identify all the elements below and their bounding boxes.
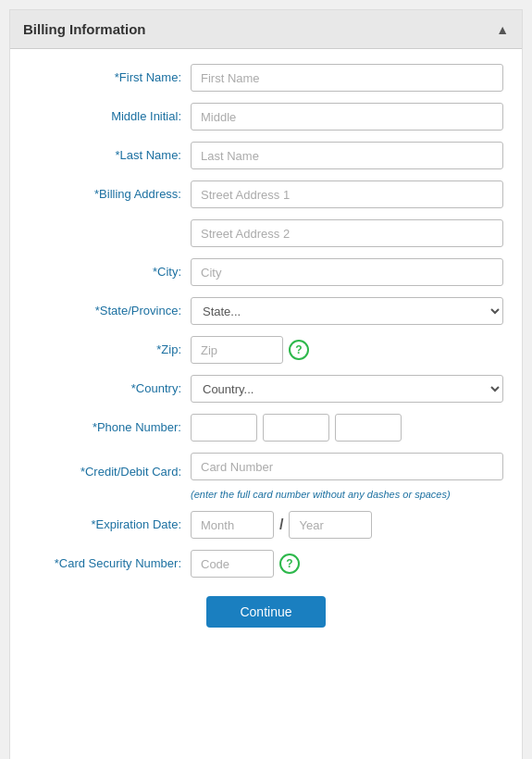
last-name-input[interactable] (191, 142, 503, 169)
card-header: Billing Information ▲ (10, 10, 522, 49)
state-label: *State/Province: (29, 297, 191, 325)
zip-input[interactable] (191, 336, 283, 364)
card-number-input[interactable] (191, 453, 503, 480)
state-row: *State/Province: State... Alabama Alaska… (29, 297, 503, 325)
expiration-group: / (191, 511, 372, 539)
street-address-1-input[interactable] (191, 180, 503, 208)
city-input-col (191, 258, 503, 286)
last-name-label: *Last Name: (29, 142, 191, 169)
zip-label: *Zip: (29, 336, 191, 364)
billing-address-row2 (29, 219, 503, 247)
country-input-col: Country... United States Canada United K… (191, 375, 503, 403)
form-body: *First Name: Middle Initial: *Last Name:… (10, 49, 522, 650)
page-title: Billing Information (23, 21, 146, 37)
phone-area-input[interactable] (191, 414, 257, 442)
security-help-icon[interactable]: ? (279, 554, 300, 574)
middle-initial-input[interactable] (191, 103, 503, 131)
phone-group (191, 414, 402, 442)
city-row: *City: (29, 258, 503, 286)
billing-form-card: Billing Information ▲ *First Name: Middl… (9, 9, 523, 759)
card-hint-text: (enter the full card number without any … (191, 489, 503, 500)
phone-prefix-input[interactable] (263, 414, 329, 442)
security-number-row: *Card Security Number: ? (29, 550, 503, 578)
collapse-icon[interactable]: ▲ (496, 22, 509, 37)
first-name-input[interactable] (191, 64, 503, 92)
last-name-row: *Last Name: (29, 142, 503, 169)
expiration-label: *Expiration Date: (29, 511, 191, 539)
billing-address-row1: *Billing Address: (29, 180, 503, 208)
phone-line-input[interactable] (335, 414, 402, 442)
country-select[interactable]: Country... United States Canada United K… (191, 375, 503, 403)
city-input[interactable] (191, 258, 503, 286)
state-select[interactable]: State... Alabama Alaska Arizona Californ… (191, 297, 503, 325)
zip-row: *Zip: ? (29, 336, 503, 364)
middle-initial-input-col (191, 103, 503, 131)
street-address-2-input[interactable] (191, 219, 503, 247)
billing-address-input-col (191, 180, 503, 208)
billing-address2-input-col (191, 219, 503, 247)
middle-initial-row: Middle Initial: (29, 103, 503, 131)
country-row: *Country: Country... United States Canad… (29, 375, 503, 403)
country-label: *Country: (29, 375, 191, 403)
expiration-year-input[interactable] (289, 511, 372, 539)
first-name-row: *First Name: (29, 64, 503, 92)
middle-initial-label: Middle Initial: (29, 103, 191, 131)
last-name-input-col (191, 142, 503, 169)
billing-address-label: *Billing Address: (29, 180, 191, 208)
security-number-label: *Card Security Number: (29, 550, 191, 578)
zip-help-icon[interactable]: ? (289, 340, 309, 360)
phone-input-col (191, 414, 503, 442)
card-input-col: (enter the full card number without any … (191, 453, 503, 500)
slash-separator: / (279, 516, 283, 533)
expiration-month-input[interactable] (191, 511, 274, 539)
card-label: *Credit/Debit Card: (29, 453, 191, 486)
security-code-input[interactable] (191, 550, 274, 578)
zip-input-col: ? (191, 336, 503, 364)
continue-row: Continue (29, 596, 503, 628)
state-input-col: State... Alabama Alaska Arizona Californ… (191, 297, 503, 325)
city-label: *City: (29, 258, 191, 286)
security-number-input-col: ? (191, 550, 503, 578)
phone-row: *Phone Number: (29, 414, 503, 442)
expiration-input-col: / (191, 511, 503, 539)
first-name-input-col (191, 64, 503, 92)
first-name-label: *First Name: (29, 64, 191, 92)
phone-label: *Phone Number: (29, 414, 191, 442)
expiration-row: *Expiration Date: / (29, 511, 503, 539)
card-row: *Credit/Debit Card: (enter the full card… (29, 453, 503, 500)
continue-button[interactable]: Continue (206, 596, 325, 628)
